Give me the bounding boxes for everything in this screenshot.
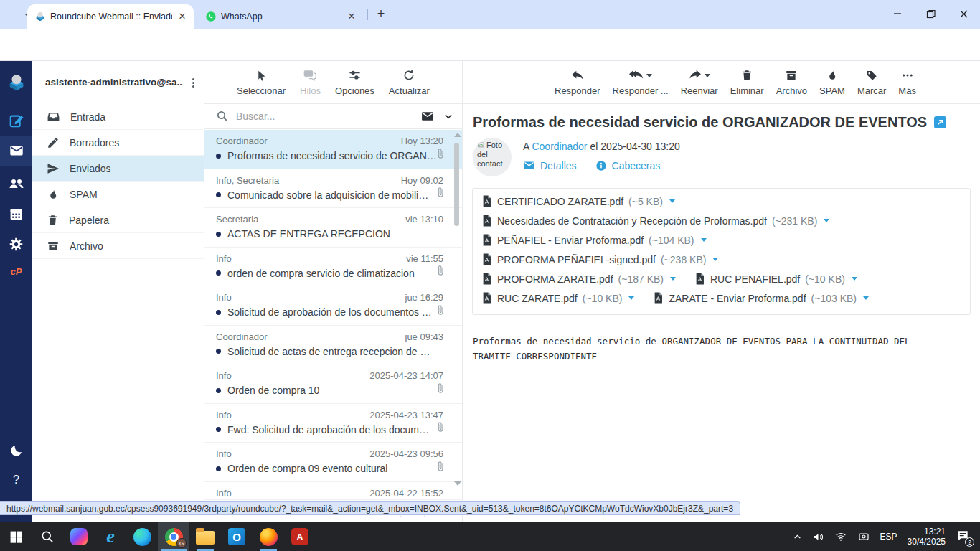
tab-close-icon[interactable]: ✕ — [176, 11, 188, 22]
archive-button[interactable]: Archivo — [776, 67, 807, 96]
scroll-down-icon[interactable] — [454, 481, 461, 486]
language-indicator[interactable]: ESP — [880, 532, 897, 542]
message-row[interactable]: Info vie 11:55 orden de compra servicio … — [204, 248, 462, 287]
wifi-icon[interactable] — [834, 531, 847, 542]
folder-archivo[interactable]: Archivo — [32, 233, 204, 259]
tab-close-icon[interactable]: ✕ — [346, 11, 357, 22]
tab-whatsapp[interactable]: WhatsApp ✕ — [198, 4, 363, 29]
tray-chevron-up-icon[interactable] — [793, 532, 802, 542]
search-input[interactable] — [236, 110, 420, 122]
calendar-nav-button[interactable] — [0, 199, 32, 229]
copilot-button[interactable] — [63, 522, 95, 551]
scrollbar-thumb[interactable] — [454, 143, 459, 226]
compose-button[interactable] — [0, 105, 32, 136]
folder-entrada[interactable]: Entrada — [32, 104, 204, 130]
account-menu-button[interactable] — [188, 75, 198, 90]
attachment-item[interactable]: PEÑAFIEL - Enviar Proforma.pdf (~104 KB) — [481, 234, 707, 246]
cpanel-nav-button[interactable]: cP — [0, 256, 32, 286]
tab-roundcube[interactable]: Roundcube Webmail :: Enviados ✕ — [27, 4, 194, 29]
spam-button[interactable]: SPAM — [819, 67, 845, 96]
folder-papelera[interactable]: Papelera — [32, 207, 204, 233]
folder-enviados[interactable]: Enviados — [32, 156, 204, 182]
search-scope-mail-icon[interactable] — [420, 109, 435, 123]
file-explorer-button[interactable] — [189, 522, 221, 551]
attachment-menu-caret-icon[interactable] — [669, 199, 675, 203]
notification-center-button[interactable]: 2 — [956, 529, 971, 545]
message-row[interactable]: Info, Secretaria Hoy 09:02 Comunicado so… — [204, 169, 462, 209]
attachment-menu-caret-icon[interactable] — [852, 277, 857, 281]
reply-button[interactable]: Responder — [555, 67, 600, 96]
options-button[interactable]: Opciones — [335, 67, 374, 96]
start-button[interactable] — [0, 522, 32, 551]
attachment-menu-caret-icon[interactable] — [712, 258, 718, 261]
settings-nav-button[interactable] — [0, 229, 32, 259]
forward-caret-icon[interactable] — [705, 74, 710, 77]
message-sender: Info — [216, 448, 232, 459]
message-row[interactable]: Info 2025-04-22 15:52 — [204, 482, 462, 499]
help-button[interactable]: ? — [0, 465, 32, 495]
connect-display-icon[interactable] — [857, 531, 870, 542]
attachment-item[interactable]: Necesidades de Contratación y Recepción … — [481, 215, 829, 227]
minimize-icon[interactable] — [881, 0, 914, 27]
contacts-nav-button[interactable] — [0, 169, 32, 199]
delete-button[interactable]: Eliminar — [730, 67, 764, 96]
search-options-chevron-icon[interactable] — [443, 111, 453, 121]
message-row[interactable]: Info 2025-04-23 13:47 Fwd: Solicitud de … — [204, 404, 462, 443]
headers-link[interactable]: Cabeceras — [595, 159, 661, 171]
outlook-icon: O — [228, 528, 245, 545]
message-row[interactable]: Secretaria vie 13:10 ACTAS DE ENTREGA RE… — [204, 208, 462, 248]
attachment-item[interactable]: PROFORMA ZARATE.pdf (~187 KB) — [481, 273, 676, 285]
new-tab-button[interactable]: + — [373, 6, 389, 22]
firefox-button[interactable] — [253, 522, 284, 551]
threads-button[interactable]: Hilos — [300, 67, 321, 96]
attachment-item[interactable]: CERTIFICADO ZARATE.pdf (~5 KB) — [481, 195, 675, 207]
mail-nav-button[interactable] — [0, 136, 32, 166]
folder-borradores[interactable]: Borradores — [32, 130, 204, 156]
volume-icon[interactable] — [812, 531, 824, 543]
message-row[interactable]: Info 2025-04-23 14:07 Orden de compra 10 — [204, 364, 462, 404]
taskbar-search-button[interactable] — [32, 522, 63, 551]
attachment-menu-caret-icon[interactable] — [701, 238, 707, 242]
folder-spam[interactable]: SPAM — [32, 182, 204, 207]
message-row[interactable]: Info 2025-04-23 09:56 Orden de compra 09… — [204, 443, 462, 482]
scroll-up-icon[interactable] — [454, 133, 461, 137]
select-button[interactable]: Seleccionar — [237, 67, 286, 96]
reply-all-button[interactable]: Responder ... — [613, 67, 669, 96]
forward-button[interactable]: Reenviar — [681, 67, 718, 96]
folder-label: Papelera — [69, 215, 109, 226]
message-row[interactable]: Coordinador Hoy 13:20 Proformas de neces… — [204, 130, 462, 169]
mark-button[interactable]: Marcar — [857, 67, 886, 96]
message-row[interactable]: Coordinador jue 09:43 Solicitud de actas… — [204, 326, 462, 365]
roundcube-favicon — [34, 11, 46, 22]
close-icon[interactable] — [947, 0, 980, 27]
refresh-button[interactable]: Actualizar — [389, 67, 430, 96]
message-body: Proformas de necesidad servicio de ORGAN… — [473, 334, 946, 364]
details-link[interactable]: Detalles — [523, 159, 577, 171]
attachment-menu-caret-icon[interactable] — [670, 277, 676, 281]
acrobat-button[interactable]: A — [284, 522, 316, 551]
outlook-button[interactable]: O — [221, 522, 253, 551]
attachment-item[interactable]: PROFORMA PEÑAFIEL-signed.pdf (~238 KB) — [481, 253, 718, 265]
chrome-button[interactable]: G — [158, 522, 189, 551]
list-scrollbar[interactable] — [454, 133, 460, 497]
attachment-item[interactable]: RUC ZARATE.pdf (~10 KB) — [481, 292, 634, 304]
reply-all-caret-icon[interactable] — [646, 74, 652, 77]
dark-mode-button[interactable] — [0, 435, 32, 466]
message-row[interactable]: Info jue 16:29 Solicitud de aprobación d… — [204, 286, 462, 326]
internet-explorer-button[interactable]: e — [95, 522, 126, 551]
refresh-icon — [402, 67, 415, 83]
attachment-item[interactable]: ZARATE - Enviar Proforma.pdf (~103 KB) — [653, 292, 869, 304]
edge-button[interactable] — [126, 522, 158, 551]
open-in-new-window-icon[interactable] — [934, 116, 946, 128]
attachment-menu-caret-icon[interactable] — [863, 296, 869, 300]
attachment-menu-caret-icon[interactable] — [824, 219, 829, 222]
sender-block: Foto del contact A Coordinador el 2025-0… — [463, 131, 980, 176]
folder-label: SPAM — [70, 189, 98, 200]
recipient-link[interactable]: Coordinador — [532, 141, 587, 152]
attachment-menu-caret-icon[interactable] — [628, 296, 634, 300]
attachment-item[interactable]: RUC PENAFIEL.pdf (~10 KB) — [694, 273, 857, 285]
window-controls — [881, 0, 980, 29]
clock[interactable]: 13:21 30/4/2025 — [908, 527, 946, 547]
restore-icon[interactable] — [914, 0, 947, 27]
more-button[interactable]: Más — [898, 67, 916, 96]
